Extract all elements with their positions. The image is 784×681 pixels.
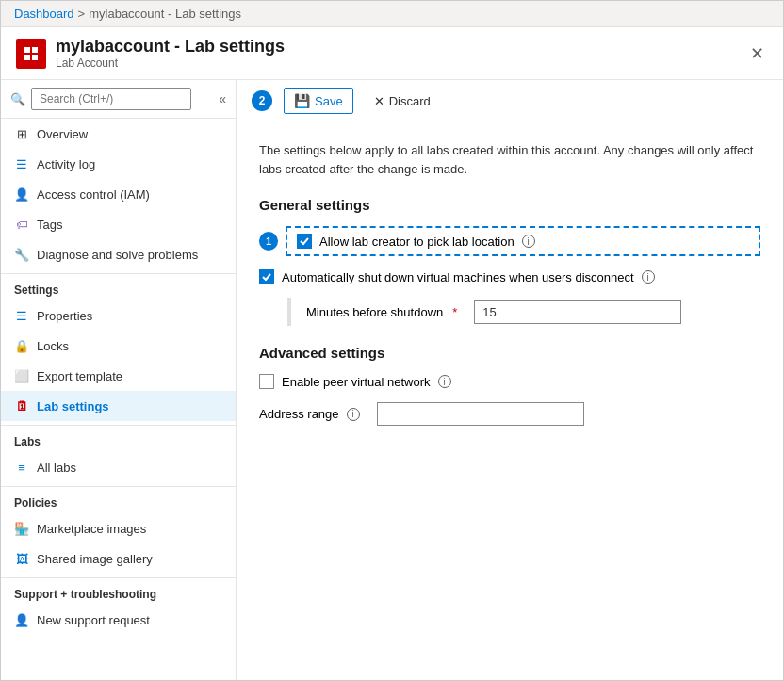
sidebar-item-locks[interactable]: 🔒 Locks	[1, 331, 236, 361]
breadcrumb-separator: >	[78, 7, 86, 21]
peer-network-row: Enable peer virtual network i	[259, 374, 760, 389]
content-body: The settings below apply to all labs cre…	[237, 122, 783, 680]
auto-shutdown-info-icon[interactable]: i	[642, 270, 655, 284]
properties-icon: ☰	[14, 308, 29, 323]
section-settings: Settings	[1, 273, 236, 300]
advanced-settings-title: Advanced settings	[259, 345, 760, 361]
save-button[interactable]: 💾 Save	[284, 88, 353, 114]
save-icon: 💾	[294, 93, 310, 108]
description-text: The settings below apply to all labs cre…	[259, 141, 760, 178]
section-support: Support + troubleshooting	[1, 577, 236, 605]
sidebar-item-diagnose[interactable]: 🔧 Diagnose and solve problems	[1, 239, 236, 269]
sidebar-item-new-support-request[interactable]: 👤 New support request	[1, 605, 236, 635]
svg-rect-2	[24, 55, 30, 60]
sidebar-item-label: New support request	[37, 613, 150, 627]
window: Dashboard > mylabaccount - Lab settings …	[0, 0, 784, 681]
list-icon: ☰	[14, 156, 29, 171]
title-text-block: mylabaccount - Lab settings Lab Account	[56, 37, 285, 70]
allow-lab-location-row: 1 Allow lab creator to pick lab location…	[259, 226, 760, 256]
svg-rect-3	[32, 55, 38, 60]
peer-network-info-icon[interactable]: i	[438, 375, 451, 388]
allow-lab-location-highlighted: Allow lab creator to pick lab location i	[286, 226, 760, 256]
title-bar: mylabaccount - Lab settings Lab Account …	[1, 27, 783, 80]
sidebar-item-activity-log[interactable]: ☰ Activity log	[1, 149, 236, 179]
page-subtitle: Lab Account	[56, 57, 285, 70]
sidebar-item-label: Properties	[37, 309, 92, 323]
tag-icon: 🏷	[14, 217, 29, 232]
auto-shutdown-label: Automatically shut down virtual machines…	[282, 270, 634, 284]
grid-icon: ⊞	[14, 126, 29, 141]
toolbar: 2 💾 Save ✕ Discard	[237, 80, 783, 122]
labs-icon: ≡	[14, 460, 29, 475]
peer-network-label: Enable peer virtual network	[282, 375, 431, 389]
address-range-info-icon[interactable]: i	[347, 408, 360, 421]
sidebar-item-label: Shared image gallery	[37, 552, 153, 566]
person-icon: 👤	[14, 186, 29, 202]
sidebar-item-label: All labs	[37, 461, 76, 475]
section-labs: Labs	[1, 425, 236, 452]
discard-button[interactable]: ✕ Discard	[365, 89, 440, 113]
sidebar-item-export-template[interactable]: ⬜ Export template	[1, 361, 236, 391]
wrench-icon: 🔧	[14, 247, 29, 262]
app-icon	[16, 39, 46, 69]
allow-lab-location-label: Allow lab creator to pick lab location	[319, 235, 514, 249]
sidebar-item-label: Access control (IAM)	[37, 187, 150, 202]
close-button[interactable]: ✕	[746, 40, 768, 68]
content-area: 2 💾 Save ✕ Discard The settings below ap…	[237, 80, 783, 680]
search-input[interactable]	[31, 88, 191, 110]
sidebar-item-tags[interactable]: 🏷 Tags	[1, 209, 236, 239]
lock-icon: 🔒	[14, 338, 29, 353]
step-badge: 2	[252, 90, 272, 111]
address-range-row: Address range i	[259, 402, 760, 426]
breadcrumb-current: mylabaccount - Lab settings	[89, 7, 241, 21]
search-box: 🔍 «	[1, 80, 236, 119]
breadcrumb: Dashboard > mylabaccount - Lab settings	[1, 1, 783, 27]
sidebar-item-label: Marketplace images	[37, 522, 146, 536]
sidebar-item-label: Diagnose and solve problems	[37, 248, 198, 262]
checkmark-icon	[300, 236, 309, 246]
discard-label: Discard	[389, 94, 431, 108]
sidebar-item-label: Activity log	[37, 157, 95, 171]
search-icon: 🔍	[10, 92, 25, 106]
svg-rect-1	[32, 47, 38, 53]
sidebar-item-shared-image-gallery[interactable]: 🖼 Shared image gallery	[1, 543, 236, 574]
breadcrumb-link[interactable]: Dashboard	[14, 7, 74, 21]
discard-icon: ✕	[374, 94, 384, 108]
support-icon: 👤	[14, 612, 29, 627]
save-label: Save	[315, 94, 343, 108]
minutes-label: Minutes before shutdown	[306, 305, 443, 319]
lab-icon	[23, 45, 40, 62]
sidebar-item-overview[interactable]: ⊞ Overview	[1, 119, 236, 149]
minutes-input[interactable]	[474, 300, 681, 324]
sidebar-item-marketplace-images[interactable]: 🏪 Marketplace images	[1, 513, 236, 543]
address-range-input[interactable]	[377, 402, 584, 426]
minutes-row: Minutes before shutdown *	[287, 298, 760, 326]
allow-lab-location-checkbox[interactable]	[297, 234, 312, 249]
checkmark-icon-2	[262, 272, 271, 282]
indent-bar	[287, 298, 291, 326]
sidebar-item-label: Export template	[37, 369, 122, 383]
allow-lab-info-icon[interactable]: i	[522, 235, 535, 248]
general-settings-title: General settings	[259, 197, 760, 213]
sidebar-item-properties[interactable]: ☰ Properties	[1, 300, 236, 331]
auto-shutdown-checkbox[interactable]	[259, 269, 274, 284]
sidebar-item-access-control[interactable]: 👤 Access control (IAM)	[1, 179, 236, 209]
sidebar-item-all-labs[interactable]: ≡ All labs	[1, 452, 236, 482]
step1-badge: 1	[259, 232, 278, 251]
marketplace-icon: 🏪	[14, 521, 29, 536]
collapse-button[interactable]: «	[219, 91, 226, 106]
address-range-label: Address range	[259, 407, 339, 421]
sidebar-item-label: Locks	[37, 339, 69, 353]
svg-rect-0	[24, 47, 30, 53]
sidebar: 🔍 « ⊞ Overview ☰ Activity log 👤 Access c…	[1, 80, 237, 680]
peer-network-checkbox[interactable]	[259, 374, 274, 389]
gallery-icon: 🖼	[14, 551, 29, 566]
sidebar-item-lab-settings[interactable]: 🗓 Lab settings	[1, 391, 236, 421]
sidebar-item-label: Overview	[37, 127, 88, 141]
export-icon: ⬜	[14, 368, 29, 383]
auto-shutdown-row: Automatically shut down virtual machines…	[259, 269, 760, 284]
section-policies: Policies	[1, 486, 236, 513]
settings-icon: 🗓	[14, 398, 29, 413]
page-title: mylabaccount - Lab settings	[56, 37, 285, 57]
required-asterisk: *	[452, 305, 457, 319]
